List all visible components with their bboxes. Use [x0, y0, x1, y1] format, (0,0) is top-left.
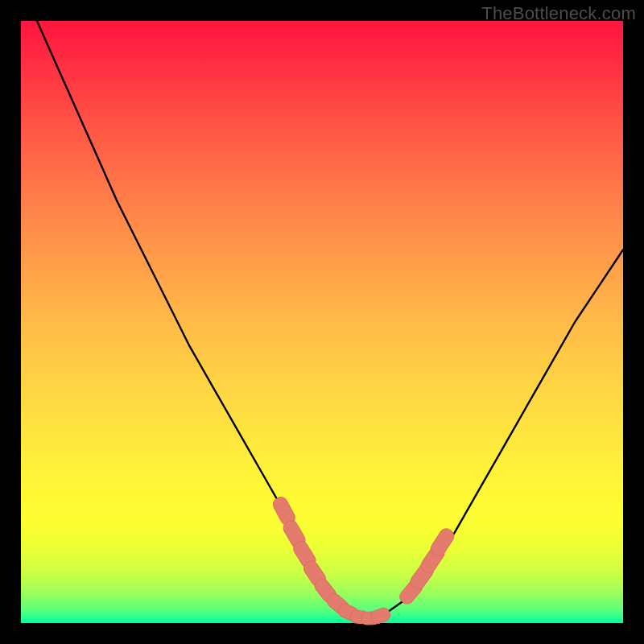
chart-svg [21, 21, 623, 623]
curve-marker [428, 526, 456, 559]
marker-layer [271, 495, 456, 625]
bottleneck-curve [21, 0, 623, 619]
curve-layer [21, 0, 623, 619]
